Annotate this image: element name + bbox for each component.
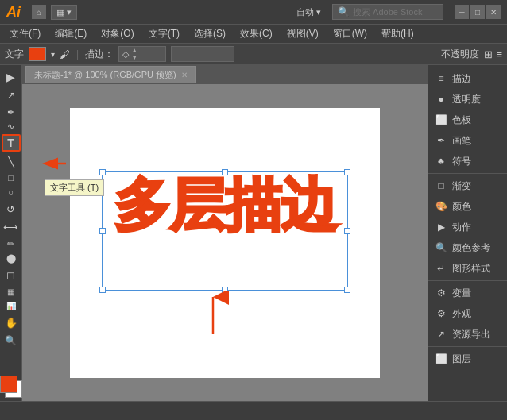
stroke-panel-icon: ≡: [435, 72, 447, 85]
color-swatch-area: [0, 376, 22, 401]
brushes-label: 画笔: [452, 134, 471, 148]
fill-chevron[interactable]: ▾: [51, 50, 55, 59]
rect-icon: □: [8, 173, 14, 183]
app-logo: Ai: [6, 4, 27, 21]
tool-rotate[interactable]: ↺: [2, 200, 21, 218]
tool-reflect[interactable]: ⟷: [2, 218, 21, 236]
arrange-chevron: ▾: [67, 7, 72, 17]
tool-group-shape: □ ○: [2, 171, 21, 199]
tool-type[interactable]: T: [2, 134, 21, 152]
status-bar: [0, 401, 507, 420]
tool-column-graph[interactable]: 📊: [2, 299, 21, 313]
hand-icon: ✋: [5, 317, 17, 329]
graphic-styles-label: 图形样式: [452, 262, 490, 276]
tool-line[interactable]: ╲: [2, 152, 21, 170]
menu-edit[interactable]: 编辑(E): [48, 25, 93, 42]
align-icons: ⊞ ≡: [484, 48, 502, 60]
panel-color-guide[interactable]: 🔍 颜色参考: [428, 237, 507, 258]
appearance-label: 外观: [452, 307, 471, 321]
blob-icon: ⬤: [6, 253, 16, 264]
align-icon[interactable]: ⊞: [484, 48, 493, 60]
tool-group-pen: ✒ ∿: [2, 105, 21, 133]
brushes-icon: ✒: [435, 134, 447, 147]
minimize-button[interactable]: ─: [455, 5, 469, 19]
handle-bottom-right[interactable]: [344, 287, 350, 293]
actions-icon: ▶: [435, 221, 447, 233]
panel-stroke[interactable]: ≡ 描边: [428, 68, 507, 89]
menu-help[interactable]: 帮助(H): [375, 25, 420, 42]
tool-rect[interactable]: □: [2, 171, 21, 185]
menu-window[interactable]: 窗口(W): [327, 25, 373, 42]
font-family-dropdown[interactable]: [171, 46, 234, 62]
document-tab[interactable]: 未标题-1* @ 100% (RGB/GPU 预览) ✕: [25, 66, 196, 83]
tool-zoom[interactable]: 🔍: [2, 332, 21, 349]
menu-file[interactable]: 文件(F): [3, 25, 47, 42]
panel-graphic-styles[interactable]: ↵ 图形样式: [428, 258, 507, 279]
pen-icon: ✒: [7, 107, 14, 118]
panel-transparency[interactable]: ● 透明度: [428, 89, 507, 110]
font-label: 文字: [5, 48, 24, 61]
tool-pen[interactable]: ✒: [2, 105, 21, 119]
layers-label: 图层: [452, 353, 471, 366]
gradient-label: 渐变: [452, 179, 471, 193]
tool-group-graph: ▦ 📊: [2, 284, 21, 313]
close-button[interactable]: ✕: [486, 5, 501, 19]
menu-select[interactable]: 选择(S): [188, 25, 232, 42]
home-button[interactable]: ⌂: [32, 5, 46, 19]
menu-object[interactable]: 对象(O): [95, 25, 140, 42]
tab-close-button[interactable]: ✕: [181, 71, 188, 79]
handle-bottom-left[interactable]: [99, 287, 106, 293]
menu-icon[interactable]: ≡: [496, 48, 502, 60]
canvas-arrow-up: [197, 291, 229, 338]
panel-asset-export[interactable]: ↗ 资源导出: [428, 324, 507, 345]
tool-hand[interactable]: ✋: [2, 314, 21, 331]
tool-direct-select[interactable]: ↗: [2, 87, 21, 104]
stroke-spin-up[interactable]: ▲▼: [131, 47, 137, 61]
column-graph-icon: 📊: [6, 302, 16, 310]
options-bar: 文字 ▾ 🖌 | 描边： ◇ ▲▼ 不透明度 ⊞ ≡: [0, 43, 507, 65]
panel-symbols[interactable]: ♣ 符号: [428, 151, 507, 171]
tool-brush[interactable]: ✏: [2, 237, 21, 251]
brush-tool-icon: ✏: [7, 239, 14, 249]
tool-ellipse[interactable]: ○: [2, 185, 21, 199]
variables-label: 变量: [452, 287, 471, 300]
tool-curvature[interactable]: ∿: [2, 119, 21, 133]
menu-view[interactable]: 视图(V): [281, 25, 325, 42]
transparency-icon: ●: [435, 93, 447, 106]
type-icon: T: [7, 137, 14, 149]
line-icon: ╲: [8, 156, 14, 168]
tool-bar-graph[interactable]: ▦: [2, 284, 21, 299]
workspace-arrange-button[interactable]: ▦ ▾: [51, 5, 77, 20]
panel-color[interactable]: 🎨 颜色: [428, 196, 507, 217]
color-label: 颜色: [452, 200, 471, 214]
menu-effect[interactable]: 效果(C): [234, 25, 279, 42]
left-toolbar: ▶ ↗ ✒ ∿ T ╲ □ ○: [0, 65, 22, 401]
panel-layers[interactable]: ⬜ 图层: [428, 349, 507, 369]
brush-icon: 🖌: [60, 48, 70, 60]
variables-icon: ⚙: [435, 287, 447, 299]
panel-swatches[interactable]: ⬜ 色板: [428, 110, 507, 130]
canvas-text-object: 多层描边: [102, 168, 348, 244]
tool-eraser[interactable]: ◻: [2, 266, 21, 283]
color-swap-area[interactable]: [0, 376, 22, 398]
search-icon: 🔍: [338, 6, 350, 17]
panel-appearance[interactable]: ⚙ 外观: [428, 303, 507, 324]
panel-variables[interactable]: ⚙ 变量: [428, 283, 507, 303]
maximize-button[interactable]: □: [470, 5, 485, 19]
fill-color-swatch[interactable]: [29, 47, 46, 61]
transparency-label: 透明度: [452, 93, 481, 106]
panel-brushes[interactable]: ✒ 画笔: [428, 130, 507, 151]
arrange-icon: ▦: [56, 7, 64, 17]
foreground-color-swatch[interactable]: [0, 376, 17, 393]
tool-select[interactable]: ▶: [2, 68, 21, 86]
direct-select-icon: ↗: [7, 90, 15, 101]
tool-blob-brush[interactable]: ⬤: [2, 251, 21, 265]
menu-bar: 文件(F) 编辑(E) 对象(O) 文字(T) 选择(S) 效果(C) 视图(V…: [0, 24, 507, 43]
color-guide-icon: 🔍: [435, 241, 447, 254]
search-input[interactable]: [353, 7, 424, 17]
panel-actions[interactable]: ▶ 动作: [428, 217, 507, 237]
rotate-icon: ↺: [6, 203, 15, 215]
menu-type[interactable]: 文字(T): [142, 25, 186, 42]
stroke-input[interactable]: ◇ ▲▼: [118, 46, 166, 62]
panel-gradient[interactable]: □ 渐变: [428, 175, 507, 196]
